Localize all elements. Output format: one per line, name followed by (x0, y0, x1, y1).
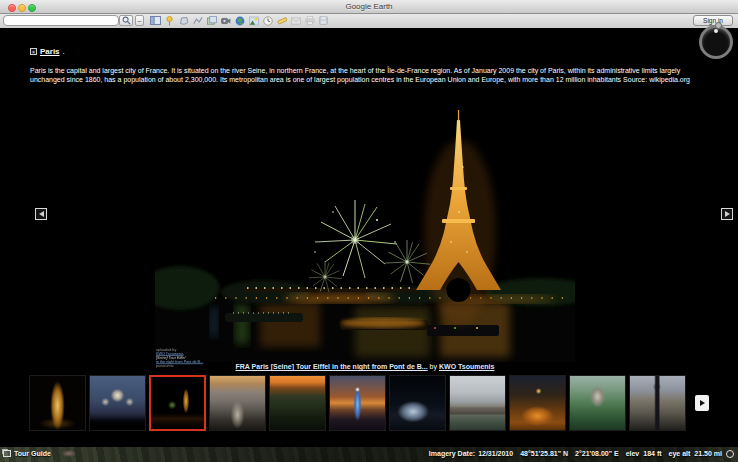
google-earth-window: Google Earth – (0, 0, 738, 462)
thumbnail-louvre-pyramid[interactable] (389, 375, 446, 431)
status-bar: Tour Guide Imagery Date: 12/31/2010 48°5… (0, 447, 738, 462)
thumbnail-blue-eiffel[interactable] (329, 375, 386, 431)
thumbnail-aerial-night[interactable] (509, 375, 566, 431)
photo-title-link[interactable]: FRA Paris [Seine] Tour Eiffel in the nig… (236, 363, 428, 370)
arrow-left-icon (39, 211, 44, 217)
tour-guide-toggle[interactable]: Tour Guide (3, 450, 51, 457)
thumbnail-eiffel-fireworks-selected[interactable] (149, 375, 206, 431)
eye-alt-value: 21.50 mi (694, 450, 722, 457)
add-path-icon[interactable] (192, 15, 203, 26)
streaming-indicator-icon (726, 450, 734, 458)
email-icon[interactable] (290, 15, 301, 26)
search-collapse-button[interactable]: – (135, 15, 144, 26)
add-image-overlay-icon[interactable] (206, 15, 217, 26)
thumbnail-avenue-sunset[interactable] (269, 375, 326, 431)
main-photo[interactable] (155, 92, 575, 362)
next-photo-button[interactable] (721, 208, 733, 220)
photo-caption: FRA Paris [Seine] Tour Eiffel in the nig… (155, 363, 575, 370)
place-title-suffix: . (63, 47, 65, 56)
elev-label: elev (626, 450, 640, 457)
save-image-icon[interactable] (318, 15, 329, 26)
search-button[interactable] (119, 15, 133, 26)
thumbnail-eiffel-night[interactable] (29, 375, 86, 431)
thumbnail-sacre-coeur[interactable] (89, 375, 146, 431)
thumbnail-garden-fountain[interactable] (569, 375, 626, 431)
tour-guide-label: Tour Guide (14, 450, 51, 457)
arrow-right-icon (700, 400, 705, 406)
navigation-compass[interactable] (699, 25, 733, 59)
latitude-value: 48°51'25.81" N (520, 450, 568, 457)
gallery-next-button[interactable] (695, 395, 709, 411)
titlebar: Google Earth (0, 0, 738, 14)
thumbnail-seine-bridge[interactable] (449, 375, 506, 431)
print-icon[interactable] (304, 15, 315, 26)
arrow-right-icon (725, 211, 730, 217)
add-placemark-icon[interactable] (164, 15, 175, 26)
imagery-date-label: Imagery Date: (429, 450, 475, 457)
imagery-readout: Imagery Date: 12/31/2010 48°51'25.81" N … (429, 450, 722, 457)
thumbnail-palace-courtyard[interactable] (629, 375, 686, 431)
longitude-value: 2°21'08.00" E (575, 450, 619, 457)
window-title: Google Earth (0, 2, 738, 11)
eye-alt-label: eye alt (669, 450, 691, 457)
caption-by-text: by (430, 363, 437, 370)
previous-photo-button[interactable] (35, 208, 47, 220)
sidebar-toggle-icon[interactable] (150, 15, 161, 26)
magnifier-icon (121, 15, 132, 26)
thumbnail-strip (29, 375, 686, 431)
add-polygon-icon[interactable] (178, 15, 189, 26)
photo-viewer: × Paris . Paris is the capital and large… (0, 28, 738, 462)
switch-planet-icon[interactable] (234, 15, 245, 26)
ruler-icon[interactable] (276, 15, 287, 26)
sunlight-icon[interactable] (248, 15, 259, 26)
place-description: Paris is the capital and largest city of… (30, 66, 712, 84)
photos-icon (3, 450, 11, 457)
elev-value: 184 ft (643, 450, 661, 457)
toolbar: – (0, 14, 738, 29)
place-title-link[interactable]: Paris (40, 47, 60, 56)
toolbar-icon-group (150, 15, 329, 26)
photo-author-link[interactable]: KWO Tsoumenis (439, 363, 494, 370)
historical-imagery-icon[interactable] (262, 15, 273, 26)
record-tour-icon[interactable] (220, 15, 231, 26)
collapse-box-icon[interactable]: × (30, 48, 37, 55)
thumbnail-cemetery-sunset[interactable] (209, 375, 266, 431)
imagery-date-value: 12/31/2010 (478, 450, 513, 457)
search-input[interactable] (3, 15, 119, 26)
